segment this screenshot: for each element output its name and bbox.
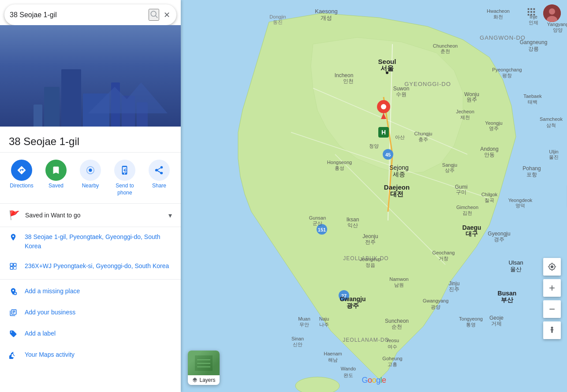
send-to-phone-button[interactable]: Send tophone	[109, 160, 141, 196]
svg-text:동진: 동진	[273, 19, 283, 25]
svg-text:홍성: 홍성	[335, 165, 344, 171]
svg-rect-140	[530, 8, 532, 10]
address-item[interactable]: 38 Seojae 1-gil, Pyeongtaek, Gyeonggi-do…	[0, 227, 181, 256]
zoom-out-button[interactable]: −	[543, 300, 561, 318]
svg-text:해남: 해남	[328, 357, 338, 362]
svg-text:JEOLLANAM-DO: JEOLLANAM-DO	[343, 337, 389, 343]
maps-activity-item[interactable]: Your Maps activity	[0, 345, 181, 366]
svg-text:Jecheon: Jecheon	[456, 109, 474, 114]
saved-label: Saved	[48, 183, 63, 190]
svg-text:통영: 통영	[466, 322, 476, 327]
svg-text:Namwon: Namwon	[389, 276, 408, 282]
business-icon	[9, 309, 18, 318]
nearby-label: Nearby	[82, 183, 99, 190]
svg-text:양양: 양양	[553, 27, 563, 33]
svg-text:익산: 익산	[347, 222, 358, 228]
svg-text:울산: 울산	[510, 266, 522, 273]
add-business-item[interactable]: Add your business	[0, 302, 181, 324]
zoom-in-button[interactable]: +	[543, 279, 561, 297]
svg-rect-142	[528, 11, 530, 13]
plus-code-item[interactable]: 236X+WJ Pyeongtaek-si, Gyeonggi-do, Sout…	[0, 256, 181, 277]
svg-text:청양: 청양	[369, 143, 379, 149]
directions-button[interactable]: Directions	[6, 160, 37, 196]
svg-text:태백: 태백	[528, 99, 537, 105]
svg-text:칠곡: 칠곡	[485, 198, 494, 203]
clear-search-button[interactable]: ✕	[163, 9, 171, 21]
add-label-text: Add a label	[25, 329, 56, 338]
send-to-phone-label: Send tophone	[116, 183, 134, 196]
svg-rect-9	[14, 267, 16, 269]
svg-text:Sangju: Sangju	[442, 162, 457, 168]
search-input[interactable]	[10, 11, 145, 19]
svg-text:H: H	[381, 129, 386, 136]
svg-rect-146	[530, 14, 532, 16]
svg-text:군산: 군산	[313, 220, 322, 226]
svg-text:순천: 순천	[392, 324, 402, 330]
location-button[interactable]	[543, 258, 561, 276]
hero-image	[0, 25, 181, 127]
svg-rect-6	[10, 263, 13, 266]
svg-text:Hwacheon: Hwacheon	[487, 8, 510, 14]
svg-text:Gangneung: Gangneung	[520, 39, 548, 45]
saved-button[interactable]: Saved	[40, 160, 72, 196]
plus-code-text: 236X+WJ Pyeongtaek-si, Gyeonggi-do, Sout…	[25, 261, 169, 271]
place-title: 38 Seojae 1-gil	[0, 127, 181, 153]
svg-text:아산: 아산	[395, 134, 405, 140]
svg-rect-141	[533, 8, 535, 10]
layers-preview	[188, 351, 220, 375]
directions-icon	[11, 160, 32, 181]
svg-text:Hongseong: Hongseong	[327, 160, 352, 165]
svg-text:Suncheon: Suncheon	[385, 318, 409, 324]
saved-icon	[45, 160, 67, 181]
svg-text:진주: 진주	[449, 286, 459, 292]
svg-text:안동: 안동	[484, 152, 495, 158]
add-missing-place-item[interactable]: Add a missing place	[0, 281, 181, 302]
svg-text:삼척: 삼척	[546, 123, 556, 128]
svg-text:전주: 전주	[365, 239, 376, 245]
add-label-item[interactable]: Add a label	[0, 324, 181, 345]
layers-label: Layers	[188, 375, 220, 385]
svg-text:Wando: Wando	[341, 366, 356, 371]
svg-text:Busan: Busan	[498, 290, 517, 297]
svg-text:Wonju: Wonju	[464, 91, 479, 97]
pegman-button[interactable]	[543, 321, 561, 339]
svg-rect-7	[14, 263, 16, 266]
svg-rect-8	[10, 267, 13, 269]
svg-text:GANGWON-DO: GANGWON-DO	[480, 34, 526, 41]
svg-text:Ulsan: Ulsan	[508, 259, 523, 266]
svg-text:정읍: 정읍	[366, 262, 375, 268]
svg-text:Sinan: Sinan	[291, 336, 304, 341]
svg-text:부산: 부산	[501, 296, 514, 303]
action-buttons: Directions Saved Nearby	[0, 153, 181, 204]
svg-line-1	[156, 16, 158, 18]
location-pin-icon	[9, 233, 18, 243]
svg-text:화천: 화천	[493, 14, 503, 19]
saved-in-row[interactable]: 🚩 Saved in Want to go ▾	[0, 204, 181, 227]
svg-rect-145	[528, 14, 530, 16]
svg-text:Andong: Andong	[480, 146, 498, 152]
svg-point-28	[386, 71, 388, 74]
layers-button[interactable]: Layers	[188, 351, 220, 385]
apps-button[interactable]	[525, 5, 538, 21]
google-logo-text: G	[362, 376, 368, 385]
svg-text:인천: 인천	[343, 78, 354, 84]
svg-text:서울: 서울	[380, 64, 394, 72]
send-to-phone-icon	[114, 160, 135, 181]
svg-text:Uljin: Uljin	[549, 149, 558, 154]
nearby-button[interactable]: Nearby	[75, 160, 106, 196]
label-icon	[9, 330, 18, 340]
svg-text:151: 151	[318, 227, 326, 232]
add-business-text: Add your business	[25, 308, 75, 317]
svg-text:완도: 완도	[343, 373, 353, 378]
map[interactable]: 45 151 27 개성 Kaesong 서울 Seoul 인천 Incheon…	[181, 0, 567, 392]
svg-text:Yangyang: Yangyang	[547, 22, 567, 27]
svg-text:강릉: 강릉	[528, 46, 539, 52]
nearby-icon	[80, 160, 101, 181]
search-button[interactable]	[149, 9, 159, 21]
search-bar: ✕	[4, 4, 176, 25]
svg-text:GYEONGGI-DO: GYEONGGI-DO	[404, 81, 451, 87]
share-button[interactable]: Share	[143, 160, 175, 196]
avatar[interactable]	[543, 4, 561, 22]
svg-text:Haenam: Haenam	[324, 351, 342, 356]
plus-code-icon	[9, 262, 18, 272]
